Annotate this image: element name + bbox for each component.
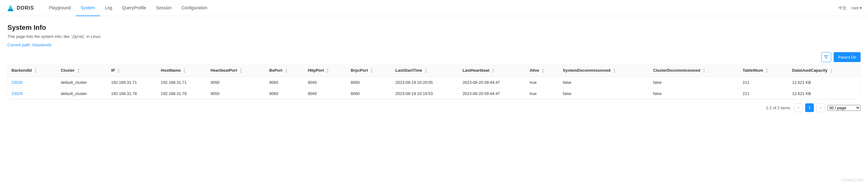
- language-switch[interactable]: 中文: [839, 5, 847, 11]
- cell-clusterdecommissioned: false: [649, 88, 739, 99]
- backend-id-link[interactable]: 23030: [11, 80, 23, 85]
- col-header-alive[interactable]: Alive ▲▼: [526, 65, 559, 77]
- nav-session[interactable]: Session: [151, 0, 177, 16]
- pagination-page-1[interactable]: 1: [805, 103, 814, 112]
- logo: DORIS: [6, 4, 34, 12]
- col-header-httpport[interactable]: HttpPort ▲▼: [304, 65, 347, 77]
- cell-heartbeatport: 9050: [207, 88, 266, 99]
- page-title: System Info: [7, 24, 861, 32]
- main-nav: Playground System Log QueryProfile Sessi…: [44, 0, 839, 16]
- backend-id-link[interactable]: 23029: [11, 91, 23, 96]
- table-body: 23030default_cluster192.168.31.71192.168…: [8, 77, 860, 99]
- cell-hostname: 192.168.31.78: [157, 88, 207, 99]
- col-header-cluster[interactable]: Cluster ▲▼: [57, 65, 107, 77]
- page-description: This page lists the system info, like /p…: [7, 34, 861, 39]
- table-header-row: BackendId ▲▼ Cluster ▲▼ IP ▲▼ HostName ▲…: [8, 65, 860, 77]
- cell-datausedcapacity: 12.621 KB: [788, 77, 860, 88]
- cell-tabletnum: 211: [739, 77, 788, 88]
- col-header-brpcport[interactable]: BrpcPort ▲▼: [347, 65, 392, 77]
- nav-playground[interactable]: Playground: [44, 0, 76, 16]
- page-size-select[interactable]: 30 / page 50 / page 100 / page: [828, 105, 861, 111]
- user-menu[interactable]: root ▾: [851, 6, 862, 10]
- col-header-systemdecommissioned[interactable]: SystemDecommissioned ▲▼: [559, 65, 649, 77]
- table-row: 23029default_cluster192.168.31.78192.168…: [8, 88, 860, 99]
- col-header-laststarttime[interactable]: LastStartTime ▲▼: [392, 65, 459, 77]
- cell-systemdecommissioned: false: [559, 77, 649, 88]
- cell-lastheartbeat: 2023-08-20 09:44:47: [459, 88, 526, 99]
- cell-alive: true: [526, 77, 559, 88]
- col-header-beport[interactable]: BePort ▲▼: [266, 65, 304, 77]
- chevron-down-icon: ▾: [860, 6, 862, 10]
- col-header-ip[interactable]: IP ▲▼: [107, 65, 157, 77]
- cell-backendid: 23030: [8, 77, 57, 88]
- cell-backendid: 23029: [8, 88, 57, 99]
- nav-log[interactable]: Log: [100, 0, 117, 16]
- header: DORIS Playground System Log QueryProfile…: [0, 0, 868, 16]
- table-row: 23030default_cluster192.168.31.71192.168…: [8, 77, 860, 88]
- pagination-prev[interactable]: ‹: [794, 103, 803, 112]
- cell-beport: 9060: [266, 88, 304, 99]
- cell-systemdecommissioned: false: [559, 88, 649, 99]
- cell-hostname: 192.168.31.71: [157, 77, 207, 88]
- current-path-link[interactable]: Current path: //backends: [7, 43, 861, 47]
- cell-beport: 9060: [266, 77, 304, 88]
- filter-button[interactable]: [821, 52, 831, 62]
- cell-httpport: 8040: [304, 77, 347, 88]
- page-size-selector[interactable]: 30 / page 50 / page 100 / page: [828, 105, 861, 111]
- col-header-hostname[interactable]: HostName ▲▼: [157, 65, 207, 77]
- main-content: System Info This page lists the system i…: [0, 16, 868, 121]
- cell-laststarttime: 2023-08-19 10:19:53: [392, 88, 459, 99]
- cell-lastheartbeat: 2023-08-20 09:44:47: [459, 77, 526, 88]
- cell-ip: 192.168.31.78: [107, 88, 157, 99]
- cell-brpcport: 8060: [347, 88, 392, 99]
- logo-text: DORIS: [17, 5, 34, 11]
- col-header-heartbeatport[interactable]: HeartbeatPort ▲▼: [207, 65, 266, 77]
- nav-configuration[interactable]: Configuration: [177, 0, 212, 16]
- system-table: BackendId ▲▼ Cluster ▲▼ IP ▲▼ HostName ▲…: [7, 64, 861, 100]
- parent-dir-button[interactable]: Parent Dir: [834, 52, 861, 62]
- logo-icon: [6, 4, 15, 12]
- cell-cluster: default_cluster: [57, 88, 107, 99]
- cell-brpcport: 8060: [347, 77, 392, 88]
- cell-clusterdecommissioned: false: [649, 77, 739, 88]
- cell-alive: true: [526, 88, 559, 99]
- table-toolbar: Parent Dir: [7, 52, 861, 62]
- cell-tabletnum: 211: [739, 88, 788, 99]
- cell-httpport: 8040: [304, 88, 347, 99]
- filter-icon: [824, 55, 828, 59]
- col-header-clusterdecommissioned[interactable]: ClusterDecommissioned ▲▼: [649, 65, 739, 77]
- pagination: 1-2 of 2 items ‹ 1 › 30 / page 50 / page…: [766, 100, 861, 113]
- backends-table: BackendId ▲▼ Cluster ▲▼ IP ▲▼ HostName ▲…: [8, 65, 860, 99]
- cell-laststarttime: 2023-08-19 10:20:05: [392, 77, 459, 88]
- pagination-area: 1-2 of 2 items ‹ 1 › 30 / page 50 / page…: [7, 100, 861, 113]
- pagination-next[interactable]: ›: [816, 103, 825, 112]
- col-header-lastheartbeat[interactable]: LastHeartbeat ▲▼: [459, 65, 526, 77]
- col-header-backendid[interactable]: BackendId ▲▼: [8, 65, 57, 77]
- header-right: 中文 root ▾: [839, 5, 862, 11]
- cell-datausedcapacity: 12.621 KB: [788, 88, 860, 99]
- col-header-tabletnum[interactable]: TabletNum ▲▼: [739, 65, 788, 77]
- cell-cluster: default_cluster: [57, 77, 107, 88]
- cell-heartbeatport: 9050: [207, 77, 266, 88]
- nav-system[interactable]: System: [76, 0, 100, 16]
- cell-ip: 192.168.31.71: [107, 77, 157, 88]
- nav-queryprofile[interactable]: QueryProfile: [117, 0, 151, 16]
- pagination-summary: 1-2 of 2 items: [766, 106, 790, 110]
- col-header-datausedcapacity[interactable]: DataUsedCapacity ▲▼: [788, 65, 860, 77]
